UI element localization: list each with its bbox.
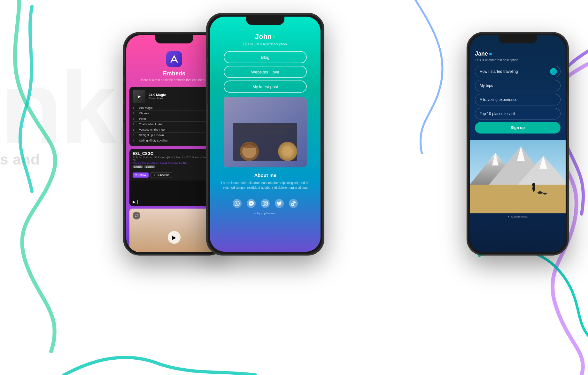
tiktok-play-icon: ▶ bbox=[168, 231, 181, 244]
twitch-video-play-icon: ▶ ‖ bbox=[133, 200, 138, 204]
svg-rect-15 bbox=[265, 130, 271, 134]
list-item: 7Calling All My Lovelies bbox=[133, 138, 216, 143]
jane-verified-dot bbox=[489, 53, 492, 55]
latest-post-label: My latest post bbox=[252, 84, 278, 89]
twitch-channel-name: ESL_CSGO bbox=[133, 151, 216, 156]
instagram-icon[interactable] bbox=[261, 199, 270, 208]
svg-point-20 bbox=[242, 143, 256, 148]
phone-center-screen-container: John This is just a test description. Bl… bbox=[210, 17, 321, 252]
phone-right-header: Jane This is another test description. H… bbox=[470, 35, 566, 140]
twitch-follow-button[interactable]: ♥ Follow bbox=[133, 172, 149, 178]
tag-english: English bbox=[133, 165, 143, 168]
jane-signup-button[interactable]: Sign up bbox=[475, 122, 561, 134]
svg-rect-12 bbox=[244, 130, 250, 134]
latest-post-link-button[interactable]: My latest post bbox=[224, 80, 307, 93]
track-name: Perm bbox=[139, 117, 146, 120]
twitch-embed: ESL_CSGO RI:RUN: North vs. G2 Esports [D… bbox=[129, 149, 219, 206]
john-about-title: About me bbox=[215, 172, 315, 178]
john-image-card bbox=[224, 97, 307, 167]
phone-left-notch bbox=[155, 35, 193, 43]
track-num: 2 bbox=[133, 112, 136, 115]
twitch-description: RI:RUN: North vs. G2 Esports [Dust2] Map… bbox=[133, 156, 216, 162]
phone-right-btn2 bbox=[467, 81, 468, 101]
music-artist: Bruno Mars bbox=[149, 97, 216, 100]
tiktok-volume-icon: 🔊 bbox=[133, 212, 140, 219]
phone-left-subtitle: Here is a test of all the embeds that ca… bbox=[131, 78, 217, 82]
jane-footer-credit: ♥ by phpBiolinks. bbox=[470, 213, 566, 220]
twitter-icon[interactable] bbox=[275, 199, 284, 208]
twitch-game: Playing Counter-Strike: Global Offensive… bbox=[133, 162, 216, 165]
phone-left-logo bbox=[166, 51, 182, 67]
svg-rect-28 bbox=[470, 185, 566, 213]
john-verified-dot bbox=[273, 35, 275, 38]
track-name: 24K Magic bbox=[139, 106, 153, 110]
phone-center-screen: John This is just a test description. Bl… bbox=[210, 17, 321, 252]
svg-point-32 bbox=[543, 193, 547, 195]
phones-container: Embeds Here is a test of all the embeds … bbox=[64, 0, 588, 375]
phone-left-btn2 bbox=[123, 81, 125, 101]
top-places-link-button[interactable]: Top 10 places to visit bbox=[475, 108, 561, 119]
music-now-playing: ▶ 24K Magic Bruno Mars bbox=[133, 90, 216, 103]
traveling-experience-link-button[interactable]: A traveling experience bbox=[475, 94, 561, 105]
tiktok-embed: 🔊 ▶ bbox=[129, 209, 219, 252]
websites-love-link-button[interactable]: Websites I love bbox=[224, 66, 307, 78]
music-play-icon: ▶ bbox=[133, 90, 145, 103]
phone-right: Jane This is another test description. H… bbox=[467, 32, 569, 256]
phone-left-btn3 bbox=[123, 104, 125, 123]
twitch-subscribe-button[interactable]: ☆ Subscribe bbox=[151, 172, 173, 178]
phone-center-btn1 bbox=[207, 47, 208, 58]
svg-rect-10 bbox=[285, 125, 291, 128]
tiktok-video: 🔊 ▶ bbox=[129, 209, 219, 252]
jane-footer-text: by phpBiolinks. bbox=[510, 215, 528, 218]
svg-rect-7 bbox=[264, 125, 270, 128]
svg-rect-17 bbox=[279, 130, 285, 134]
svg-rect-8 bbox=[271, 125, 277, 128]
traveling-dot bbox=[550, 68, 557, 75]
music-track-title: 24K Magic bbox=[149, 93, 216, 97]
messenger-icon[interactable] bbox=[247, 199, 256, 208]
music-thumbnail: ▶ bbox=[133, 90, 145, 103]
svg-point-31 bbox=[538, 191, 543, 194]
phone-right-btn3 bbox=[467, 104, 468, 123]
john-username: John bbox=[255, 33, 276, 41]
track-name: Straight up & Down bbox=[139, 134, 164, 137]
list-item: 124K Magic bbox=[133, 105, 216, 111]
music-playlist: 124K Magic 2Chunky 3Perm 4That's What I … bbox=[133, 105, 216, 143]
phone-left-btn1 bbox=[123, 65, 125, 77]
track-num: 5 bbox=[133, 128, 136, 131]
track-name: Versace on the Floor bbox=[139, 128, 166, 131]
track-num: 1 bbox=[133, 106, 136, 110]
track-num: 3 bbox=[133, 117, 136, 120]
list-item: 6Straight up & Down bbox=[133, 133, 216, 138]
track-name: That's What I Like bbox=[139, 123, 162, 126]
phone-center-btn2 bbox=[207, 63, 208, 82]
john-description: This is just a test description. bbox=[243, 42, 288, 46]
john-footer-credit: ♥ by phpBiolinks. bbox=[254, 212, 276, 215]
list-item: 5Versace on the Floor bbox=[133, 127, 216, 133]
twitch-header: ESL_CSGO RI:RUN: North vs. G2 Esports [D… bbox=[129, 149, 219, 171]
john-social-icons bbox=[233, 199, 298, 208]
phone-right-notch bbox=[499, 35, 537, 43]
whatsapp-icon[interactable] bbox=[233, 199, 242, 208]
traveling-experience-label: A traveling experience bbox=[480, 97, 517, 102]
music-info: 24K Magic Bruno Mars bbox=[149, 93, 216, 100]
svg-rect-3 bbox=[236, 125, 242, 128]
phone-right-screen-container: Jane This is another test description. H… bbox=[470, 35, 566, 252]
twitch-video: ▶ ‖ bbox=[129, 180, 219, 206]
jane-username: Jane bbox=[475, 50, 561, 57]
jane-mountain-image bbox=[470, 140, 566, 213]
svg-rect-14 bbox=[258, 130, 264, 134]
track-name: Chunky bbox=[139, 112, 149, 115]
track-num: 6 bbox=[133, 134, 136, 137]
blog-link-button[interactable]: Blog bbox=[224, 51, 307, 63]
traveling-link-button[interactable]: How I started traveling bbox=[475, 66, 561, 77]
phone-center-btn3 bbox=[207, 85, 208, 104]
svg-rect-5 bbox=[250, 125, 256, 128]
phone-center-btn-right bbox=[322, 53, 324, 75]
svg-rect-4 bbox=[243, 125, 249, 128]
tiktok-icon[interactable] bbox=[289, 199, 298, 208]
svg-rect-11 bbox=[236, 130, 243, 134]
phone-right-btn-right bbox=[567, 72, 569, 94]
my-trips-link-button[interactable]: My trips bbox=[475, 80, 561, 91]
top-places-label: Top 10 places to visit bbox=[480, 111, 515, 116]
